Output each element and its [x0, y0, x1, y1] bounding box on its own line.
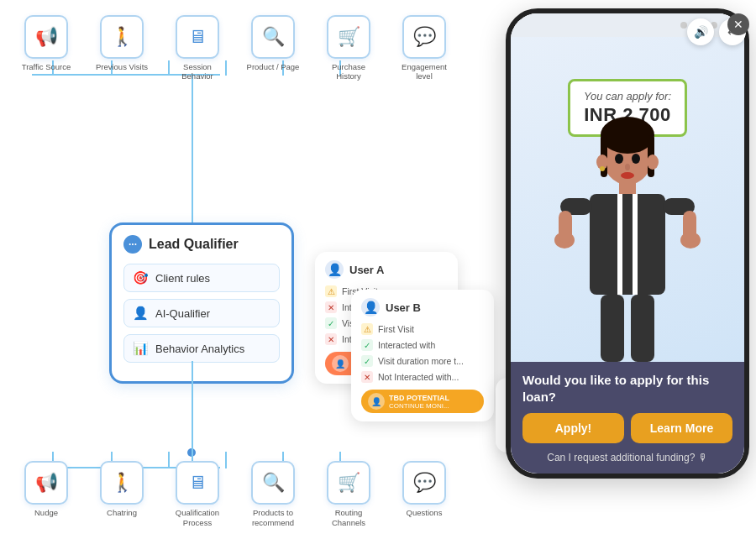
check-icon-b2: ✓	[361, 339, 373, 351]
user-b-avatar: 👤	[361, 298, 380, 317]
user-b-row-4: ✕ Not Interacted with...	[361, 371, 484, 383]
ai-qualifier-icon: 👤	[133, 306, 149, 321]
lq-ai-qualifier[interactable]: 👤 AI-Qualifier	[123, 299, 280, 327]
products-label: Products to recommend	[243, 508, 303, 527]
product-page-icon: 🔍	[251, 15, 295, 59]
person-area: You can apply for: INR 2,700	[511, 37, 744, 362]
user-b-card: 👤 User B ⚠ First Visit ✓ Interacted with…	[351, 290, 494, 421]
svg-point-18	[600, 166, 605, 171]
icon-box-product-page: 🔍 Product / Page	[243, 15, 303, 81]
user-b-row-3-label: Visit duration more t...	[378, 356, 464, 366]
top-icons-row: 📢 Traffic Source 🚶 Previous Visits 🖥 Ses…	[0, 0, 470, 81]
nudge-icon: 📢	[24, 461, 68, 505]
behavior-analytics-icon: 📊	[133, 341, 149, 356]
icon-box-traffic-source: 📢 Traffic Source	[16, 15, 76, 81]
svg-point-17	[647, 154, 659, 170]
lq-client-rules[interactable]: 🎯 Client rules	[123, 264, 280, 292]
x-icon: ✕	[325, 301, 337, 313]
svg-point-22	[625, 164, 630, 170]
user-b-badge-sub: CONTINUE MONI...	[389, 402, 449, 410]
traffic-source-icon: 📢	[24, 15, 68, 59]
badge-b-avatar: 👤	[368, 393, 385, 410]
icon-box-routing: 🛒 Routing Channels	[318, 461, 379, 527]
svg-rect-6	[617, 194, 622, 295]
lead-qualifier-box: ··· Lead Qualifier 🎯 Client rules 👤 AI-Q…	[109, 222, 294, 384]
engagement-label: Engagement level	[394, 62, 454, 81]
person-svg	[543, 110, 711, 362]
sound-button[interactable]: 🔊	[687, 18, 714, 45]
lq-behavior-analytics[interactable]: 📊 Behavior Analytics	[123, 334, 280, 363]
user-a-name: User A	[349, 264, 384, 276]
svg-point-21	[621, 172, 634, 179]
svg-rect-7	[633, 194, 638, 295]
routing-icon: 🛒	[327, 461, 370, 505]
session-behavior-icon: 🖥	[176, 15, 219, 59]
user-a-avatar: 👤	[325, 260, 344, 279]
user-b-header: 👤 User B	[361, 298, 484, 317]
questions-label: Questions	[407, 508, 443, 517]
user-b-row-1: ⚠ First Visit	[361, 323, 484, 335]
chat-buttons: Apply! Learn More	[522, 413, 732, 443]
product-page-label: Product / Page	[247, 62, 300, 71]
purchase-history-icon: 🛒	[327, 15, 370, 59]
icon-box-questions: 💬 Questions	[394, 461, 454, 527]
user-b-badge: 👤 TBD POTENTIAL CONTINUE MONI...	[361, 390, 484, 413]
lead-qualifier-title: ··· Lead Qualifier	[123, 235, 280, 254]
v-line-main	[192, 74, 193, 238]
svg-rect-14	[601, 295, 624, 362]
check-icon: ✓	[325, 317, 337, 329]
phone-mockup: You can apply for: INR 2,700	[506, 8, 749, 479]
engagement-icon: 💬	[402, 15, 446, 59]
svg-rect-13	[683, 211, 696, 243]
chat-area: Would you like to apply for this loan? A…	[511, 362, 744, 474]
chat-follow-up: Can I request additional funding? 🎙	[522, 452, 732, 463]
qualification-label: Qualification Process	[167, 508, 228, 527]
icon-box-engagement: 💬 Engagement level	[394, 15, 454, 81]
questions-icon: 💬	[402, 461, 446, 505]
user-a-header: 👤 User A	[325, 260, 448, 279]
svg-rect-15	[631, 295, 654, 362]
traffic-source-label: Traffic Source	[22, 62, 71, 71]
icon-box-chatring: 🚶 Chatring	[92, 461, 152, 527]
bottom-icons-row: 📢 Nudge 🚶 Chatring 🖥 Qualification Proce…	[0, 461, 470, 527]
previous-visits-icon: 🚶	[100, 15, 144, 59]
routing-label: Routing Channels	[318, 508, 379, 527]
dash-icon: ✕	[325, 333, 337, 345]
products-icon: 🔍	[251, 461, 295, 505]
status-dot-1	[680, 22, 687, 29]
icon-box-nudge: 📢 Nudge	[16, 461, 76, 527]
warn-icon: ⚠	[325, 285, 337, 297]
close-button[interactable]: ✕	[727, 13, 749, 35]
phone-inner: You can apply for: INR 2,700	[511, 13, 744, 474]
user-b-row-2: ✓ Interacted with	[361, 339, 484, 351]
warn-icon-b: ⚠	[361, 323, 373, 335]
check-icon-b3: ✓	[361, 355, 373, 367]
nudge-label: Nudge	[34, 508, 58, 517]
icon-box-previous-visits: 🚶 Previous Visits	[92, 15, 152, 81]
user-b-row-1-label: First Visit	[378, 324, 414, 334]
user-b-badge-label: TBD POTENTIAL	[389, 394, 449, 402]
icon-box-products: 🔍 Products to recommend	[243, 461, 303, 527]
icon-box-session-behavior: 🖥 Session Behavior	[167, 15, 228, 81]
svg-rect-5	[590, 194, 665, 295]
user-b-row-3: ✓ Visit duration more t...	[361, 355, 484, 367]
svg-point-1	[601, 117, 654, 154]
icon-box-purchase-history: 🛒 Purchase History	[318, 15, 379, 81]
previous-visits-label: Previous Visits	[96, 62, 148, 71]
chat-question: Would you like to apply for this loan?	[522, 372, 732, 405]
v-line-bottom	[192, 361, 193, 466]
user-b-row-4-label: Not Interacted with...	[378, 372, 459, 382]
client-rules-icon: 🎯	[133, 270, 149, 285]
svg-rect-12	[559, 211, 572, 243]
user-b-name: User B	[386, 301, 421, 314]
x-icon-b: ✕	[361, 371, 373, 383]
chatring-label: Chatring	[107, 508, 137, 517]
svg-point-20	[632, 154, 640, 164]
svg-point-19	[615, 154, 623, 164]
purchase-history-label: Purchase History	[318, 62, 379, 81]
apply-button[interactable]: Apply!	[522, 413, 624, 443]
qualification-icon: 🖥	[176, 461, 219, 505]
learn-more-button[interactable]: Learn More	[631, 413, 732, 443]
sign-apply-text: You can apply for:	[584, 90, 671, 102]
lead-qualifier-title-icon: ···	[123, 235, 142, 254]
